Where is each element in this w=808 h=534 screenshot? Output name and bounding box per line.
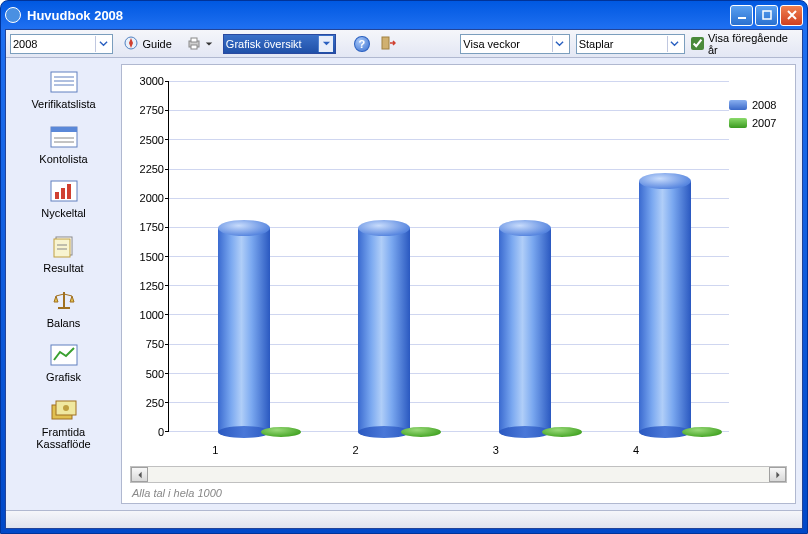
svg-rect-17 <box>61 188 65 199</box>
y-tick-label: 750 <box>146 338 164 350</box>
sidebar-icon <box>47 341 81 369</box>
chevron-down-icon <box>205 38 213 50</box>
bar-2008 <box>499 228 551 432</box>
sidebar-icon <box>47 177 81 205</box>
svg-rect-4 <box>191 38 197 42</box>
y-tick-label: 1500 <box>140 251 164 263</box>
bar-2008 <box>218 228 270 432</box>
horizontal-scrollbar[interactable] <box>130 466 787 483</box>
svg-rect-18 <box>67 184 71 199</box>
chevron-down-icon <box>318 36 333 52</box>
x-tick-label: 2 <box>300 444 410 456</box>
chart-legend: 2008 2007 <box>729 71 787 462</box>
printer-icon <box>186 35 202 53</box>
sidebar-item[interactable]: Verifikatslista <box>6 68 121 111</box>
legend-label: 2007 <box>752 117 776 129</box>
x-tick-label: 1 <box>160 444 270 456</box>
y-tick-label: 1250 <box>140 280 164 292</box>
svg-rect-20 <box>54 239 70 257</box>
sidebar-icon <box>47 123 81 151</box>
door-exit-icon <box>380 35 396 53</box>
sidebar-item[interactable]: Kontolista <box>6 123 121 166</box>
y-tick-label: 2000 <box>140 192 164 204</box>
status-bar <box>6 510 802 528</box>
chevron-down-icon <box>667 36 682 52</box>
chevron-down-icon <box>552 36 567 52</box>
maximize-button[interactable] <box>755 5 778 26</box>
y-tick-label: 1750 <box>140 221 164 233</box>
legend-swatch-2008 <box>729 100 747 110</box>
legend-item: 2007 <box>729 117 787 129</box>
y-tick-label: 3000 <box>140 75 164 87</box>
scroll-track[interactable] <box>148 467 769 482</box>
y-tick-label: 2500 <box>140 134 164 146</box>
minimize-button[interactable] <box>730 5 753 26</box>
help-button[interactable]: ? <box>354 36 370 52</box>
sidebar-icon <box>47 396 81 424</box>
prev-year-label: Visa föregående år <box>708 32 798 56</box>
scroll-right-button[interactable] <box>769 467 786 482</box>
time-select[interactable]: Visa veckor <box>460 34 569 54</box>
year-select[interactable]: 2008 <box>10 34 113 54</box>
chart-type-select[interactable]: Staplar <box>576 34 685 54</box>
chart-footnote: Alla tal i hela 1000 <box>130 483 787 499</box>
prev-year-checkbox-input[interactable] <box>691 37 704 50</box>
sidebar-icon <box>47 232 81 260</box>
sidebar-label: Kontolista <box>39 153 87 166</box>
bar-2008 <box>358 228 410 432</box>
app-icon <box>5 7 21 23</box>
bar-2007 <box>401 427 441 437</box>
compass-icon <box>123 35 139 53</box>
svg-rect-7 <box>51 72 77 92</box>
y-tick-label: 2750 <box>140 104 164 116</box>
chart-type-value: Staplar <box>579 38 614 50</box>
bar-2008 <box>639 181 691 432</box>
legend-swatch-2007 <box>729 118 747 128</box>
y-tick-label: 2250 <box>140 163 164 175</box>
x-tick-label: 4 <box>581 444 691 456</box>
bar-2007 <box>682 427 722 437</box>
prev-year-checkbox[interactable]: Visa föregående år <box>691 32 798 56</box>
bar-2007 <box>261 427 301 437</box>
svg-rect-1 <box>763 11 771 19</box>
svg-rect-5 <box>191 45 197 49</box>
y-tick-label: 500 <box>146 368 164 380</box>
y-tick-label: 0 <box>158 426 164 438</box>
print-button[interactable] <box>182 33 217 55</box>
svg-point-26 <box>63 405 69 411</box>
exit-button[interactable] <box>376 33 400 55</box>
guide-button[interactable]: Guide <box>119 33 175 55</box>
sidebar-label: Balans <box>47 317 81 330</box>
sidebar-label: FramtidaKassaflöde <box>36 426 90 451</box>
y-tick-label: 250 <box>146 397 164 409</box>
time-select-value: Visa veckor <box>463 38 520 50</box>
window-title: Huvudbok 2008 <box>27 8 730 23</box>
sidebar-label: Nyckeltal <box>41 207 86 220</box>
sidebar-item[interactable]: Balans <box>6 287 121 330</box>
bar-2007 <box>542 427 582 437</box>
chevron-down-icon <box>95 36 110 52</box>
sidebar-item[interactable]: Nyckeltal <box>6 177 121 220</box>
sidebar-label: Verifikatslista <box>31 98 95 111</box>
year-select-value: 2008 <box>13 38 37 50</box>
sidebar-item[interactable]: FramtidaKassaflöde <box>6 396 121 451</box>
svg-rect-12 <box>51 127 77 132</box>
close-button[interactable] <box>780 5 803 26</box>
sidebar-item[interactable]: Resultat <box>6 232 121 275</box>
sidebar-icon <box>47 287 81 315</box>
legend-label: 2008 <box>752 99 776 111</box>
sidebar-label: Grafisk <box>46 371 81 384</box>
guide-label: Guide <box>142 38 171 50</box>
scroll-left-button[interactable] <box>131 467 148 482</box>
x-tick-label: 3 <box>441 444 551 456</box>
view-select-value: Grafisk översikt <box>226 38 302 50</box>
svg-rect-6 <box>382 37 389 49</box>
svg-rect-16 <box>55 192 59 199</box>
y-tick-label: 1000 <box>140 309 164 321</box>
sidebar-label: Resultat <box>43 262 83 275</box>
view-select[interactable]: Grafisk översikt <box>223 34 336 54</box>
svg-rect-0 <box>738 17 746 19</box>
legend-item: 2008 <box>729 99 787 111</box>
sidebar-item[interactable]: Grafisk <box>6 341 121 384</box>
sidebar-icon <box>47 68 81 96</box>
